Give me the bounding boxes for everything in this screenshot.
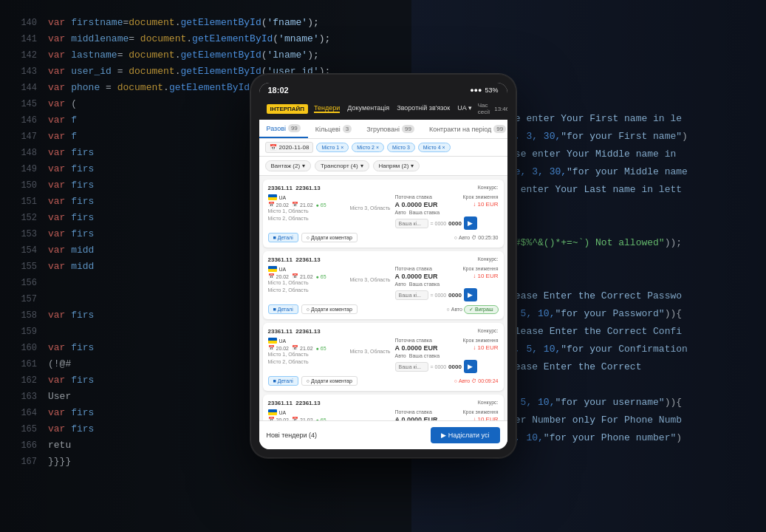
price-row: Поточна ставка Крок зниження [395, 409, 499, 415]
filter-direction[interactable]: Напрям (2) ▾ [373, 160, 420, 171]
tender-score: ● 65 [316, 202, 326, 208]
current-price: А 0.0000 EUR [395, 273, 438, 280]
detail-button[interactable]: ■ Деталі [268, 304, 298, 314]
bid-amount: 0000 [448, 220, 462, 227]
city-chip-2[interactable]: Місто 2 × [352, 143, 384, 152]
status-time: 18:02 [268, 86, 289, 95]
chip-close-icon[interactable]: × [376, 145, 379, 150]
tender-score: ● 65 [316, 345, 326, 351]
price-reduction: ↓ 10 EUR [473, 344, 498, 352]
footer-buttons: ■ Деталі ○ Додати коментар [268, 233, 358, 242]
calendar-icon: 📅 [268, 202, 275, 208]
price-values-row: А 0.0000 EUR ↓ 10 EUR [395, 344, 499, 352]
nav-item-feedback[interactable]: Зворотній зв'язок [397, 104, 450, 113]
tender-flag: UA [268, 194, 346, 200]
location-from: Місто 1, ОбластьМісто 2, Область [268, 208, 346, 222]
date-filter-row: 📅 2020-11-08 Місто 1 × Місто 2 × Місто 3… [259, 139, 507, 157]
bid-min-input[interactable] [395, 362, 428, 372]
tender-footer: ■ Деталі ○ Додати коментар ○ Авто ⏱ 00:2… [268, 233, 499, 242]
signal-icon: ●●● [470, 86, 482, 94]
filter-cargo[interactable]: Вантаж (2) ▾ [265, 160, 312, 171]
auto-row: Авто Ваша ставка [395, 282, 499, 287]
flag-ua-icon [268, 194, 277, 200]
calendar-icon: 📅 [268, 345, 275, 351]
date-input[interactable]: 📅 2020-11-08 [265, 142, 314, 153]
tender-right: Поточна ставка Крок зниження А 0.0000 EU… [395, 338, 499, 373]
tender-right: Поточна ставка Крок зниження А 0.0000 EU… [395, 266, 499, 301]
tender-dates: 📅 20.02 📅 21.02 ● 65 [268, 202, 346, 208]
tab-zgrupovani[interactable]: Згруповані 99 [359, 120, 422, 138]
calendar-icon: 📅 [292, 345, 298, 351]
detail-button[interactable]: ■ Деталі [268, 376, 298, 386]
tender-header: 23361.11 22361.13 Конкурс: [268, 400, 499, 406]
code-line: 140 var firstname=document.getElementByI… [11, 15, 417, 31]
calendar-icon: 📅 [292, 273, 298, 279]
price-row: Поточна ставка Крок зниження [395, 194, 499, 200]
nav-item-language[interactable]: UA ▾ [457, 104, 472, 113]
tender-dates: 📅 20.02 📅 21.02 ● 65 [268, 345, 346, 351]
bid-input-row: = 0000 0000 ▶ [395, 360, 499, 373]
comment-button[interactable]: ○ Додати коментар [301, 304, 358, 314]
send-all-button[interactable]: ▶ Надіслати усі [431, 427, 499, 443]
auto-row: Авто Ваша ставка [395, 353, 499, 358]
location-to: Місто 3, Область [349, 409, 390, 420]
bid-submit-button[interactable]: ▶ [464, 360, 477, 373]
tabs-bar: Разові 99 Кільцеві 3 Згруповані 99 Контр… [259, 120, 507, 139]
price-values-row: А 0.0000 EUR ↓ 10 EUR [395, 201, 499, 208]
tender-ids: 23361.11 22361.13 [268, 328, 321, 335]
nav-logo: ІНТЕРПАЙП [267, 104, 309, 114]
tender-card-4: 23361.11 22361.13 Конкурс: UA 📅 20.02 📅 [263, 395, 504, 420]
auto-badge: ○ Авто [454, 378, 470, 383]
bid-min-input[interactable] [395, 219, 428, 228]
bid-input-row: = 0000 0000 ▶ [395, 288, 499, 301]
comment-button[interactable]: ○ Додати коментар [301, 376, 358, 386]
tender-left: UA 📅 20.02 📅 21.02 ● 65 Місто 1, Область… [268, 266, 346, 301]
bid-submit-button[interactable]: ▶ [464, 216, 477, 230]
bottom-bar: Нові тендери (4) ▶ Надіслати усі [259, 420, 507, 449]
nav-item-docs[interactable]: Документація [347, 104, 389, 113]
bid-min-input[interactable] [395, 290, 428, 300]
tab-kontrakty[interactable]: Контракти на період 99 [422, 120, 507, 138]
tender-left: UA 📅 20.02 📅 21.02 ● 65 Місто 1, Область… [268, 409, 346, 420]
tender-label: Конкурс: [478, 256, 499, 263]
nav-items: Тендери Документація Зворотній зв'язок U… [314, 104, 472, 113]
tender-flag: UA [268, 409, 346, 415]
tab-kiltsevi[interactable]: Кільцеві 3 [308, 120, 359, 138]
tab-razovi[interactable]: Разові 99 [259, 120, 308, 138]
city-chip-1[interactable]: Місто 1 × [316, 143, 349, 152]
auto-row: Авто Ваша ставка [395, 210, 499, 215]
chevron-down-icon: ▾ [360, 163, 363, 169]
tender-right: Поточна ставка Крок зниження А 0.0000 EU… [395, 409, 499, 420]
won-badge: ✓ Виграш [464, 305, 498, 314]
tender-dates: 📅 20.02 📅 21.02 ● 65 [268, 273, 346, 279]
chip-close-icon[interactable]: × [442, 145, 445, 150]
code-line: 142 var lastname= document.getElementByI… [11, 47, 417, 64]
session-time: 13:46:51 [494, 106, 507, 112]
detail-button[interactable]: ■ Деталі [268, 233, 298, 242]
tender-score: ● 65 [316, 273, 326, 279]
timer: ○ Авто ✓ Виграш [447, 305, 499, 314]
tender-body: UA 📅 20.02 📅 21.02 ● 65 Місто 1, Область… [268, 409, 499, 420]
timer: ○ Авто ⏱ 00:25:30 [454, 235, 499, 240]
tender-ids: 23361.11 22361.13 [268, 400, 321, 406]
auto-badge: ○ Авто [447, 307, 462, 312]
city-chip-4[interactable]: Місто 4 × [418, 143, 451, 152]
price-reduction: ↓ 10 EUR [473, 201, 498, 208]
price-reduction: ↓ 10 EUR [473, 273, 498, 280]
tender-body: UA 📅 20.02 📅 21.02 ● 65 Місто 1, Область… [268, 194, 499, 230]
price-row: Поточна ставка Крок зниження [395, 266, 499, 271]
nav-item-tenders[interactable]: Тендери [314, 104, 340, 113]
tender-label: Конкурс: [478, 400, 499, 406]
chevron-down-icon: ▾ [302, 163, 305, 169]
top-nav: ІНТЕРПАЙП Тендери Документація Зворотній… [259, 98, 507, 120]
filter-transport[interactable]: Транспорт (4) ▾ [315, 160, 369, 171]
clock-icon: ⏱ [471, 378, 476, 383]
chip-close-icon[interactable]: × [341, 145, 343, 150]
comment-button[interactable]: ○ Додати коментар [301, 233, 358, 242]
status-icons: ●●● 53% [470, 86, 498, 94]
tender-header: 23361.11 22361.13 Конкурс: [268, 256, 499, 263]
bid-submit-button[interactable]: ▶ [464, 288, 477, 301]
city-chip-3[interactable]: Місто 3 [387, 143, 415, 152]
location-from: Місто 1, ОбластьМісто 2, Область [268, 279, 346, 294]
timer-red: ○ Авто ⏱ 00:09:24 [454, 378, 499, 383]
